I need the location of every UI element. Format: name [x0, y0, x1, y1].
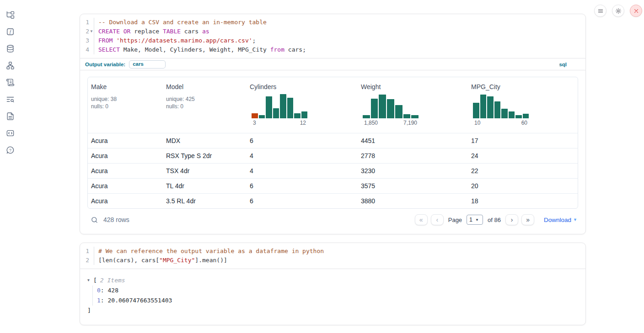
log-search-icon[interactable]: [5, 95, 15, 104]
close-icon: [633, 8, 639, 14]
histogram-bar[interactable]: [287, 98, 294, 118]
table-cell: RSX Type S 2dr: [163, 152, 247, 159]
python-code-editor[interactable]: 1# We can reference the output variable …: [80, 243, 585, 269]
histogram-bar[interactable]: [379, 95, 386, 118]
prev-page-button[interactable]: ‹: [431, 214, 444, 225]
first-page-button[interactable]: «: [415, 214, 428, 225]
column-histogram: 1060: [473, 93, 529, 126]
next-page-button[interactable]: ›: [505, 214, 518, 225]
pagination: « ‹ Page 1 ▼ of 86 › » Download ▼: [415, 214, 577, 225]
histogram-bar[interactable]: [509, 111, 515, 118]
menu-button[interactable]: [594, 5, 606, 17]
table-cell: 4: [247, 167, 358, 174]
code-text: # We can reference the output variable a…: [94, 247, 585, 256]
histogram-bar[interactable]: [371, 99, 378, 118]
table-cell: 20: [468, 182, 578, 190]
chevron-down-icon: ▼: [573, 217, 577, 222]
code-line[interactable]: 4SELECT Make, Model, Cylinders, Weight, …: [80, 45, 585, 54]
sql-code-editor[interactable]: 1-- Download a CSV and create an in-memo…: [80, 14, 585, 58]
histogram-bar[interactable]: [501, 109, 508, 118]
help-icon[interactable]: ?: [5, 145, 15, 154]
histogram-bar[interactable]: [266, 96, 272, 118]
histogram-bar[interactable]: [395, 105, 402, 118]
code-line[interactable]: 1# We can reference the output variable …: [80, 247, 585, 256]
table-cell: 24: [468, 152, 578, 159]
table-cell: 3230: [358, 167, 468, 174]
table-row: AcuraTL 4dr6357520: [88, 178, 578, 193]
download-button[interactable]: Download ▼: [544, 217, 577, 223]
table-cell: 4451: [358, 137, 468, 144]
download-label: Download: [544, 217, 571, 223]
file-tree-icon[interactable]: [5, 10, 15, 19]
histogram-bar[interactable]: [494, 101, 501, 118]
code-line[interactable]: 1-- Download a CSV and create an in-memo…: [80, 18, 585, 27]
table-body: AcuraMDX6445117AcuraRSX Type S 2dr427782…: [88, 133, 578, 208]
function-icon[interactable]: f: [5, 27, 15, 36]
histogram-bar[interactable]: [294, 113, 301, 118]
column-header-cylinders[interactable]: Cylinders312: [247, 83, 358, 133]
column-histogram: 312: [252, 93, 307, 126]
histogram-bar[interactable]: [480, 95, 487, 118]
document-icon[interactable]: [5, 111, 15, 121]
code-text: SELECT Make, Model, Cylinders, Weight, M…: [94, 45, 585, 54]
histogram-bar[interactable]: [252, 113, 258, 118]
code-text: CREATE OR replace TABLE cars as: [94, 27, 585, 36]
shutdown-button[interactable]: [630, 5, 642, 17]
histogram-bar[interactable]: [363, 115, 370, 118]
page-select[interactable]: 1 ▼: [467, 215, 483, 225]
table-cell: 3575: [358, 182, 468, 190]
histogram-bar[interactable]: [273, 108, 279, 118]
table-cell: TL 4dr: [163, 182, 247, 190]
fold-chevron-icon[interactable]: ▼: [89, 27, 94, 36]
fold-chevron-icon: [89, 45, 94, 54]
histogram-bar[interactable]: [387, 99, 394, 118]
gear-icon: [615, 8, 622, 14]
snippets-icon[interactable]: [5, 128, 15, 137]
code-text: -- Download a CSV and create an in-memor…: [94, 18, 585, 27]
histogram-bar[interactable]: [301, 111, 308, 118]
dependency-graph-icon[interactable]: [5, 61, 15, 70]
table-cell: 6: [247, 197, 358, 205]
histogram-bar[interactable]: [515, 115, 522, 118]
tree-entry: 0: 428: [97, 285, 585, 296]
tree-entry-index: 0: [97, 287, 101, 294]
settings-button[interactable]: [612, 5, 624, 17]
menu-icon: [597, 8, 604, 14]
python-cell: 1# We can reference the output variable …: [80, 243, 586, 325]
top-controls: [594, 5, 642, 17]
code-line[interactable]: 2[len(cars), cars["MPG_City"].mean()]: [80, 256, 585, 265]
histogram-bar[interactable]: [280, 94, 286, 118]
code-line[interactable]: 3FROM 'https://datasets.marimo.app/cars.…: [80, 36, 585, 45]
histogram-bar[interactable]: [523, 114, 529, 118]
histogram-bar[interactable]: [403, 114, 411, 118]
histogram-bar[interactable]: [487, 96, 494, 118]
tree-open-bracket: [: [93, 275, 97, 285]
column-header-weight[interactable]: Weight1,8507,190: [358, 83, 468, 133]
histogram-bar[interactable]: [411, 115, 419, 118]
tree-collapse-icon[interactable]: ▼: [87, 275, 93, 285]
histogram-bars: [363, 93, 419, 118]
column-name: Cylinders: [250, 83, 358, 91]
column-header-model[interactable]: Modelunique: 425nulls: 0: [163, 83, 247, 133]
last-page-button[interactable]: »: [521, 214, 534, 225]
scratchpad-icon[interactable]: [5, 78, 15, 87]
database-icon[interactable]: [5, 44, 15, 53]
table-cell: 3.5 RL 4dr: [163, 197, 247, 205]
table-cell: 3880: [358, 197, 468, 205]
histogram-bar[interactable]: [259, 115, 265, 118]
column-name: Make: [91, 83, 163, 91]
line-number: 4: [80, 45, 89, 54]
sidebar: f ?: [0, 0, 20, 333]
code-line[interactable]: 2▼CREATE OR replace TABLE cars as: [80, 27, 585, 36]
tree-items-count: 2 Items: [100, 275, 125, 285]
output-variable-input[interactable]: cars: [129, 60, 166, 69]
search-icon[interactable]: [91, 216, 98, 224]
table-cell: Acura: [88, 197, 163, 205]
column-name: MPG_City: [471, 83, 578, 91]
fold-chevron-icon: [89, 247, 94, 256]
column-header-mpg_city[interactable]: MPG_City1060: [468, 83, 578, 133]
histogram-axis-labels: 312: [252, 120, 307, 126]
histogram-bar[interactable]: [473, 103, 479, 118]
chevron-down-icon: ▼: [475, 218, 479, 222]
column-header-make[interactable]: Makeunique: 38nulls: 0: [88, 83, 163, 133]
